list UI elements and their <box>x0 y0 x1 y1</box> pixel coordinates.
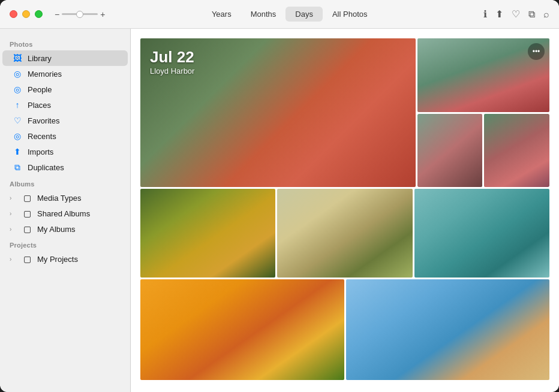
places-icon: ↑ <box>12 100 23 110</box>
day-date: Jul 22 <box>150 48 194 67</box>
close-button[interactable] <box>10 10 17 18</box>
sidebar-item-favorites-label: Favorites <box>28 116 59 125</box>
photo-main-group[interactable]: Jul 22 Lloyd Harbor <box>140 38 416 187</box>
titlebar-icons: ℹ ⬆ ♡ ⧉ ⌕ <box>483 8 549 20</box>
imports-icon: ⬆ <box>12 147 23 156</box>
favorites-icon: ♡ <box>12 116 23 125</box>
photo-row-1-bottom-right <box>417 114 549 188</box>
duplicates-icon: ⧉ <box>12 162 23 173</box>
sidebar-item-people-label: People <box>28 85 52 94</box>
section-label-albums: Albums <box>0 176 130 190</box>
section-label-projects: Projects <box>0 237 130 251</box>
traffic-lights <box>10 10 43 18</box>
photo-sky-group-fill <box>346 279 550 380</box>
photo-green-outfit[interactable] <box>414 189 549 278</box>
photo-row-1: Jul 22 Lloyd Harbor ••• <box>140 38 549 187</box>
media-types-icon: ▢ <box>22 193 32 203</box>
more-button[interactable]: ••• <box>528 43 545 60</box>
sidebar-item-library-label: Library <box>28 54 52 63</box>
chevron-my-projects: › <box>10 256 17 263</box>
chevron-my-albums: › <box>10 226 17 233</box>
sidebar-item-memories-label: Memories <box>28 70 62 79</box>
sidebar-item-people[interactable]: ◎ People <box>2 82 128 97</box>
zoom-in-button[interactable]: + <box>100 10 105 19</box>
recents-icon: ◎ <box>12 131 23 141</box>
maximize-button[interactable] <box>35 10 43 18</box>
shared-albums-icon: ▢ <box>22 209 32 218</box>
zoom-out-button[interactable]: − <box>55 10 59 19</box>
sidebar-item-my-projects-label: My Projects <box>37 255 78 264</box>
nav-tabs: Years Months Days All Photos <box>202 7 377 22</box>
photo-mid-right-bottom[interactable] <box>484 114 549 188</box>
memories-icon: ◎ <box>12 69 23 79</box>
sidebar-item-shared-albums[interactable]: › ▢ Shared Albums <box>2 206 128 221</box>
zoom-thumb[interactable] <box>76 11 83 18</box>
sidebar-item-media-types[interactable]: › ▢ Media Types <box>2 190 128 206</box>
main-content: Photos 🖼 Library ◎ Memories ◎ People ↑ P… <box>0 29 559 392</box>
sidebar-item-my-projects[interactable]: › ▢ My Projects <box>2 251 128 267</box>
tab-months[interactable]: Months <box>241 7 286 22</box>
photo-sunflower[interactable] <box>140 189 275 278</box>
photo-top-right[interactable]: ••• <box>417 38 549 112</box>
photo-sky-group[interactable] <box>346 279 550 380</box>
favorite-icon[interactable]: ♡ <box>512 8 520 20</box>
photo-area: Jul 22 Lloyd Harbor ••• <box>131 29 559 392</box>
sidebar: Photos 🖼 Library ◎ Memories ◎ People ↑ P… <box>0 29 131 392</box>
info-icon[interactable]: ℹ <box>483 8 487 20</box>
tab-years[interactable]: Years <box>202 7 241 22</box>
sidebar-item-my-albums-label: My Albums <box>37 225 76 234</box>
minimize-button[interactable] <box>22 10 30 18</box>
sidebar-item-recents[interactable]: ◎ Recents <box>2 128 128 144</box>
library-icon: 🖼 <box>12 53 23 63</box>
zoom-track[interactable] <box>62 13 98 15</box>
my-albums-icon: ▢ <box>22 224 32 234</box>
photo-row-1-right: ••• <box>417 38 549 187</box>
photo-mid-right-top-fill <box>417 114 483 188</box>
sidebar-item-library[interactable]: 🖼 Library <box>2 50 128 66</box>
people-icon: ◎ <box>12 85 23 94</box>
sidebar-item-imports-label: Imports <box>28 147 53 156</box>
photo-mid-right-bottom-fill <box>484 114 549 188</box>
app-window: − + Years Months Days All Photos ℹ ⬆ ♡ ⧉… <box>0 0 559 392</box>
share-icon[interactable]: ⬆ <box>495 8 503 20</box>
sidebar-item-places[interactable]: ↑ Places <box>2 97 128 113</box>
photo-field-girl-fill <box>277 189 412 278</box>
sidebar-item-memories[interactable]: ◎ Memories <box>2 66 128 82</box>
search-icon[interactable]: ⌕ <box>543 9 549 20</box>
photo-row-2 <box>140 189 549 278</box>
photo-sunflower-fill <box>140 189 275 278</box>
photo-row-3 <box>140 279 549 380</box>
sidebar-item-duplicates-label: Duplicates <box>28 163 64 172</box>
photo-sunflower2-fill <box>140 279 344 380</box>
sidebar-item-favorites[interactable]: ♡ Favorites <box>2 113 128 128</box>
chevron-shared-albums: › <box>10 210 17 217</box>
sidebar-item-imports[interactable]: ⬆ Imports <box>2 144 128 159</box>
photo-grid: Jul 22 Lloyd Harbor ••• <box>140 38 549 380</box>
sidebar-item-media-types-label: Media Types <box>37 194 81 203</box>
sidebar-item-shared-albums-label: Shared Albums <box>37 209 90 218</box>
tab-all-photos[interactable]: All Photos <box>323 7 377 22</box>
sidebar-item-recents-label: Recents <box>28 132 56 141</box>
zoom-slider[interactable]: − + <box>55 10 105 19</box>
sidebar-item-my-albums[interactable]: › ▢ My Albums <box>2 221 128 237</box>
sidebar-item-places-label: Places <box>28 101 51 110</box>
chevron-media-types: › <box>10 195 17 201</box>
photo-sunflower2[interactable] <box>140 279 344 380</box>
slideshow-icon[interactable]: ⧉ <box>528 9 535 20</box>
section-label-photos: Photos <box>0 36 130 50</box>
photo-green-outfit-fill <box>414 189 549 278</box>
day-location: Lloyd Harbor <box>150 67 194 76</box>
my-projects-icon: ▢ <box>22 254 32 264</box>
titlebar: − + Years Months Days All Photos ℹ ⬆ ♡ ⧉… <box>0 0 559 29</box>
photo-mid-right-top[interactable] <box>417 114 483 188</box>
tab-days[interactable]: Days <box>285 7 323 22</box>
photo-field-girl[interactable] <box>277 189 412 278</box>
sidebar-item-duplicates[interactable]: ⧉ Duplicates <box>2 159 128 176</box>
